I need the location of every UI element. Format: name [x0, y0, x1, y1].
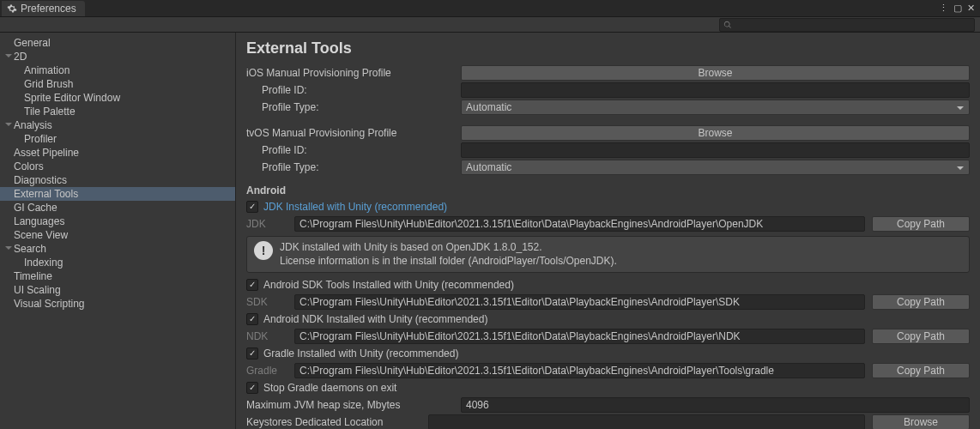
tvos-section-title: tvOS Manual Provisioning Profile	[246, 127, 461, 139]
search-input[interactable]	[719, 18, 975, 32]
chevron-down-icon	[3, 243, 14, 253]
sidebar-item-label: Scene View	[14, 229, 68, 241]
sidebar-item-timeline[interactable]: Timeline	[0, 269, 235, 283]
ios-profile-id-label: Profile ID:	[246, 84, 461, 96]
ios-section-title: iOS Manual Provisioning Profile	[246, 67, 461, 79]
jdk-checkbox-label[interactable]: JDK Installed with Unity (recommended)	[263, 201, 447, 213]
stop-daemons-checkbox[interactable]	[246, 382, 258, 394]
content-panel: External Tools iOS Manual Provisioning P…	[236, 33, 980, 429]
gradle-label: Gradle	[246, 365, 294, 377]
sidebar-item-animation[interactable]: Animation	[0, 63, 235, 77]
sidebar-item-ui-scaling[interactable]: UI Scaling	[0, 283, 235, 297]
sidebar-item-search[interactable]: Search	[0, 242, 235, 256]
sidebar-item-label: Profiler	[24, 133, 57, 145]
sidebar-item-label: Visual Scripting	[14, 298, 85, 310]
sidebar-item-label: Timeline	[14, 270, 52, 282]
sidebar-item-tile-palette[interactable]: Tile Palette	[0, 105, 235, 118]
chevron-down-icon	[3, 51, 14, 61]
close-icon[interactable]: ✕	[967, 3, 975, 14]
gear-icon	[7, 3, 17, 14]
ndk-checkbox-label: Android NDK Installed with Unity (recomm…	[263, 313, 487, 325]
sidebar-item-label: Diagnostics	[14, 174, 67, 186]
sidebar-item-grid-brush[interactable]: Grid Brush	[0, 77, 235, 91]
sidebar-item-label: Grid Brush	[24, 78, 73, 90]
sidebar-item-label: External Tools	[14, 188, 78, 200]
sidebar: General2DAnimationGrid BrushSprite Edito…	[0, 33, 236, 429]
gradle-path-field[interactable]: C:\Program Files\Unity\Hub\Editor\2021.3…	[294, 363, 865, 378]
title-bar: Preferences ⋮ ▢ ✕	[0, 0, 980, 17]
ios-profile-id-field[interactable]	[461, 82, 970, 98]
tvos-profile-type-label: Profile Type:	[246, 161, 461, 173]
android-section-title: Android	[246, 184, 970, 196]
keystore-field[interactable]	[428, 414, 865, 429]
chevron-down-icon	[3, 119, 14, 130]
ndk-copy-button[interactable]: Copy Path	[872, 329, 970, 344]
sidebar-item-label: Sprite Editor Window	[24, 92, 120, 104]
window-tab[interactable]: Preferences	[2, 1, 85, 16]
sidebar-item-label: Colors	[14, 160, 44, 172]
sidebar-item-label: 2D	[14, 51, 27, 63]
sidebar-item-label: GI Cache	[14, 202, 57, 214]
sidebar-item-label: UI Scaling	[14, 284, 61, 296]
window-title: Preferences	[21, 3, 76, 15]
sdk-checkbox[interactable]	[246, 279, 258, 291]
sidebar-item-label: General	[14, 37, 51, 49]
jdk-copy-button[interactable]: Copy Path	[872, 216, 970, 232]
page-title: External Tools	[246, 39, 970, 57]
sidebar-item-label: Animation	[24, 64, 70, 76]
keystore-label: Keystores Dedicated Location	[246, 416, 428, 428]
ios-profile-type-dropdown[interactable]: Automatic	[461, 100, 970, 115]
jvm-heap-label: Maximum JVM heap size, Mbytes	[246, 399, 461, 411]
sidebar-item-sprite-editor-window[interactable]: Sprite Editor Window	[0, 91, 235, 105]
ios-browse-button[interactable]: Browse	[461, 65, 970, 81]
sdk-label: SDK	[246, 296, 294, 308]
sidebar-item-languages[interactable]: Languages	[0, 214, 235, 228]
sidebar-item-colors[interactable]: Colors	[0, 160, 235, 173]
gradle-copy-button[interactable]: Copy Path	[872, 363, 970, 378]
tvos-profile-id-label: Profile ID:	[246, 144, 461, 156]
keystore-browse-button[interactable]: Browse	[872, 414, 970, 429]
sidebar-item-label: Tile Palette	[24, 106, 76, 118]
ndk-path-field[interactable]: C:\Program Files\Unity\Hub\Editor\2021.3…	[294, 329, 865, 344]
ios-profile-type-label: Profile Type:	[246, 101, 461, 113]
kebab-icon[interactable]: ⋮	[939, 3, 948, 14]
jdk-label: JDK	[246, 218, 294, 230]
jdk-info-line1: JDK installed with Unity is based on Ope…	[280, 241, 617, 255]
ndk-label: NDK	[246, 330, 294, 342]
sidebar-item-2d[interactable]: 2D	[0, 50, 235, 63]
stop-daemons-label: Stop Gradle daemons on exit	[263, 382, 396, 394]
toolbar	[0, 17, 980, 33]
jvm-heap-field[interactable]: 4096	[461, 397, 970, 413]
jdk-path-field[interactable]: C:\Program Files\Unity\Hub\Editor\2021.3…	[294, 216, 865, 232]
search-icon	[723, 21, 732, 29]
sidebar-item-label: Asset Pipeline	[14, 147, 79, 159]
tvos-browse-button[interactable]: Browse	[461, 125, 970, 141]
sidebar-item-profiler[interactable]: Profiler	[0, 132, 235, 146]
sdk-path-field[interactable]: C:\Program Files\Unity\Hub\Editor\2021.3…	[294, 294, 865, 310]
sidebar-item-asset-pipeline[interactable]: Asset Pipeline	[0, 146, 235, 160]
sidebar-item-diagnostics[interactable]: Diagnostics	[0, 173, 235, 187]
sidebar-item-indexing[interactable]: Indexing	[0, 256, 235, 269]
sidebar-item-external-tools[interactable]: External Tools	[0, 187, 235, 201]
jdk-info-box: ! JDK installed with Unity is based on O…	[246, 236, 970, 273]
sdk-checkbox-label: Android SDK Tools Installed with Unity (…	[263, 279, 514, 291]
sidebar-item-label: Search	[14, 243, 46, 255]
info-icon: !	[254, 241, 273, 260]
sidebar-item-gi-cache[interactable]: GI Cache	[0, 201, 235, 214]
sidebar-item-scene-view[interactable]: Scene View	[0, 228, 235, 242]
sidebar-item-label: Analysis	[14, 119, 52, 131]
sidebar-item-visual-scripting[interactable]: Visual Scripting	[0, 297, 235, 311]
gradle-checkbox-label: Gradle Installed with Unity (recommended…	[263, 347, 458, 360]
sidebar-item-label: Indexing	[24, 257, 63, 269]
ndk-checkbox[interactable]	[246, 313, 258, 325]
sdk-copy-button[interactable]: Copy Path	[872, 294, 970, 310]
gradle-checkbox[interactable]	[246, 347, 258, 360]
jdk-info-line2: License information is in the install fo…	[280, 255, 617, 269]
tvos-profile-type-dropdown[interactable]: Automatic	[461, 160, 970, 175]
sidebar-item-analysis[interactable]: Analysis	[0, 118, 235, 132]
sidebar-item-label: Languages	[14, 215, 64, 227]
jdk-checkbox[interactable]	[246, 201, 258, 213]
tvos-profile-id-field[interactable]	[461, 142, 970, 158]
maximize-icon[interactable]: ▢	[953, 3, 962, 14]
sidebar-item-general[interactable]: General	[0, 36, 235, 50]
